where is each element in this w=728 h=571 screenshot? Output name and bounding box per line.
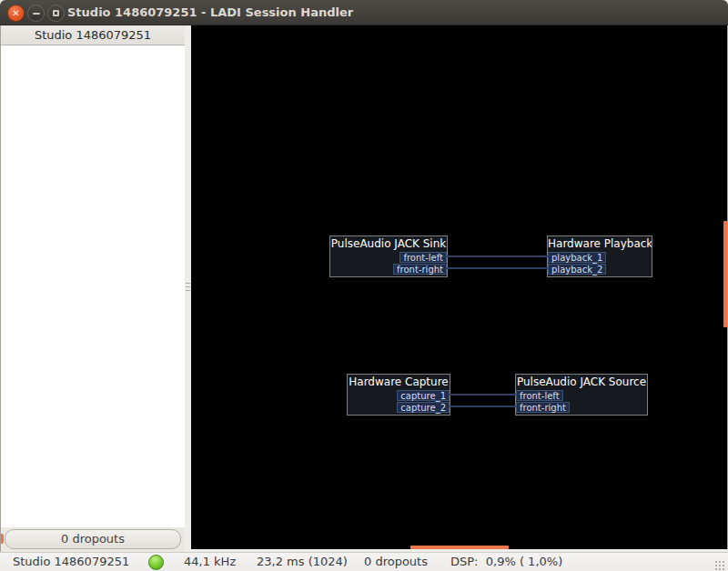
port-front-right[interactable]: front-right <box>393 264 447 275</box>
minimize-button[interactable] <box>27 5 45 22</box>
vertical-scrollbar-thumb[interactable] <box>723 221 727 327</box>
horizontal-scrollbar-thumb[interactable] <box>410 546 509 549</box>
close-button[interactable]: ✕ <box>7 5 25 22</box>
module-title: Hardware Playback <box>548 236 652 251</box>
sidebar-splitter[interactable] <box>185 25 191 552</box>
module-pulseaudio-jack-source[interactable]: PulseAudio JACK Sourcefront-leftfront-ri… <box>515 374 648 416</box>
module-title: PulseAudio JACK Sink <box>330 236 447 251</box>
minimize-icon <box>33 13 40 15</box>
connection-wire <box>450 406 516 407</box>
connection-wire <box>447 255 548 257</box>
dropouts-button[interactable]: 0 dropouts <box>5 529 181 549</box>
maximize-button[interactable] <box>47 5 65 22</box>
status-led-icon <box>148 555 164 570</box>
port-playback_1[interactable]: playback_1 <box>548 252 606 263</box>
module-title: Hardware Capture <box>348 375 450 389</box>
splitter-grip <box>186 290 190 291</box>
statusbar-latency: 23,2 ms (1024) <box>257 553 348 571</box>
window-title: Studio 1486079251 - LADI Session Handler <box>67 0 353 25</box>
patchbay-canvas[interactable]: PulseAudio JACK Sinkfront-leftfront-righ… <box>191 25 728 549</box>
studio-sidebar: Studio 1486079251 0 dropouts <box>0 25 185 552</box>
port-front-right[interactable]: front-right <box>516 402 570 413</box>
statusbar-sample-rate: 44,1 kHz <box>184 553 236 571</box>
port-front-left[interactable]: front-left <box>399 252 447 263</box>
port-playback_2[interactable]: playback_2 <box>548 264 606 275</box>
statusbar: Studio 1486079251 44,1 kHz 23,2 ms (1024… <box>0 552 728 571</box>
maximize-icon <box>53 10 59 16</box>
module-hardware-playback[interactable]: Hardware Playbackplayback_1playback_2 <box>547 235 652 277</box>
port-capture_1[interactable]: capture_1 <box>397 390 450 401</box>
statusbar-dsp-load: DSP: 0,9% ( 1,0%) <box>450 553 562 571</box>
connection-wire <box>450 394 516 396</box>
window-resize-grip[interactable] <box>714 560 725 571</box>
module-title: PulseAudio JACK Source <box>516 375 647 389</box>
module-pulseaudio-jack-sink[interactable]: PulseAudio JACK Sinkfront-leftfront-righ… <box>329 235 448 277</box>
connection-wire <box>447 267 548 269</box>
titlebar: ✕ Studio 1486079251 - LADI Session Handl… <box>0 0 728 25</box>
statusbar-dropouts: 0 dropouts <box>364 553 428 571</box>
module-hardware-capture[interactable]: Hardware Capturecapture_1capture_2 <box>347 374 450 416</box>
port-capture_2[interactable]: capture_2 <box>397 402 450 413</box>
statusbar-studio-name: Studio 1486079251 <box>13 553 129 571</box>
splitter-grip <box>186 283 190 284</box>
port-front-left[interactable]: front-left <box>516 390 563 401</box>
sidebar-bottom-bar: 0 dropouts <box>1 527 185 552</box>
splitter-grip <box>186 286 190 287</box>
sidebar-tab-studio[interactable]: Studio 1486079251 <box>1 25 185 45</box>
dropouts-progress-tick <box>1 534 4 544</box>
